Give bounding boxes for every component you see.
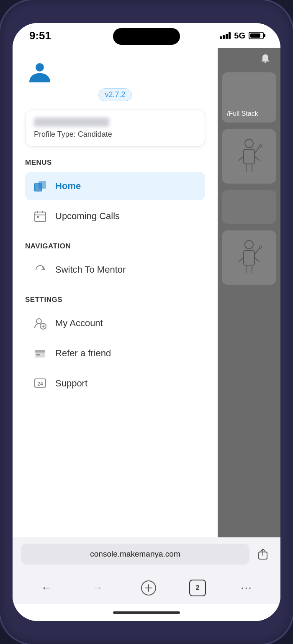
svg-point-28 bbox=[259, 145, 262, 147]
navigation-section-label: NAVIGATION bbox=[25, 242, 205, 250]
svg-point-0 bbox=[36, 63, 44, 72]
url-text: console.makemanya.com bbox=[90, 549, 180, 559]
support-icon: 24 bbox=[33, 376, 48, 391]
version-badge: v2.7.2 bbox=[98, 88, 131, 101]
battery-icon bbox=[249, 32, 264, 39]
card-figure-2 bbox=[222, 230, 276, 285]
phone-screen: 9:51 5G bbox=[13, 23, 280, 621]
new-tab-button[interactable] bbox=[138, 578, 159, 598]
logo-section: v2.7.2 bbox=[25, 61, 205, 101]
notification-bell-icon[interactable] bbox=[259, 52, 272, 65]
svg-rect-16 bbox=[35, 350, 45, 353]
tabs-count[interactable]: 2 bbox=[189, 580, 206, 596]
right-panel: /Full Stack bbox=[218, 48, 280, 537]
svg-rect-4 bbox=[39, 181, 46, 189]
back-button[interactable]: ← bbox=[36, 578, 57, 598]
sidebar-item-upcoming-calls[interactable]: Upcoming Calls bbox=[25, 202, 205, 230]
svg-line-24 bbox=[254, 156, 260, 161]
calendar-icon bbox=[33, 209, 48, 224]
profile-name-blurred bbox=[34, 118, 109, 127]
sidebar-item-support[interactable]: 24 Support bbox=[25, 369, 205, 398]
more-button[interactable]: ··· bbox=[236, 578, 257, 598]
sidebar-item-my-account[interactable]: My Account bbox=[25, 309, 205, 337]
svg-text:24: 24 bbox=[37, 381, 43, 387]
svg-line-23 bbox=[239, 156, 244, 161]
browser-bar: console.makemanya.com bbox=[13, 537, 280, 571]
profile-card: Profile Type: Candidate bbox=[25, 110, 205, 147]
card-medium bbox=[222, 190, 276, 224]
svg-point-21 bbox=[245, 139, 253, 148]
svg-rect-17 bbox=[36, 354, 40, 355]
sidebar-item-switch-to-mentor-label: Switch To Mentor bbox=[55, 264, 126, 275]
phone-frame: 9:51 5G bbox=[0, 0, 293, 644]
svg-point-20 bbox=[265, 61, 266, 63]
signal-bars bbox=[220, 32, 231, 39]
card-full-stack: /Full Stack bbox=[222, 72, 276, 123]
forward-button[interactable]: → bbox=[87, 578, 108, 598]
menu-items: Home Upcoming bbox=[25, 172, 205, 232]
svg-point-36 bbox=[259, 246, 262, 248]
profile-type: Profile Type: Candidate bbox=[34, 130, 112, 138]
settings-items: My Account Refer a friend bbox=[25, 309, 205, 399]
sidebar-item-support-label: Support bbox=[55, 378, 87, 389]
card-full-stack-text: /Full Stack bbox=[227, 110, 258, 118]
refer-icon bbox=[33, 346, 48, 361]
home-bar bbox=[113, 611, 180, 614]
home-icon bbox=[33, 179, 48, 194]
svg-rect-22 bbox=[244, 149, 254, 164]
sidebar-item-refer-label: Refer a friend bbox=[55, 348, 111, 359]
account-icon bbox=[33, 316, 48, 331]
sidebar-item-refer-a-friend[interactable]: Refer a friend bbox=[25, 339, 205, 368]
svg-point-11 bbox=[36, 319, 41, 324]
svg-rect-6 bbox=[35, 212, 46, 222]
person-figure-icon-2 bbox=[234, 239, 264, 276]
svg-line-31 bbox=[239, 258, 244, 262]
sidebar-item-upcoming-calls-label: Upcoming Calls bbox=[55, 211, 120, 222]
app-logo bbox=[25, 61, 54, 86]
svg-rect-30 bbox=[244, 250, 254, 265]
svg-point-29 bbox=[245, 240, 253, 249]
nav-items: Switch To Mentor bbox=[25, 256, 205, 286]
url-bar[interactable]: console.makemanya.com bbox=[21, 544, 249, 565]
network-label: 5G bbox=[234, 31, 245, 41]
settings-section-label: SETTINGS bbox=[25, 296, 205, 304]
sidebar-item-home-label: Home bbox=[55, 181, 81, 192]
sidebar-item-home[interactable]: Home bbox=[25, 172, 205, 200]
dynamic-island bbox=[113, 28, 180, 45]
person-figure-icon-1 bbox=[234, 138, 264, 175]
svg-line-27 bbox=[254, 147, 260, 153]
switch-icon bbox=[33, 262, 48, 277]
sidebar-item-my-account-label: My Account bbox=[55, 318, 103, 329]
card-figure-1 bbox=[222, 129, 276, 184]
bottom-nav: ← → 2 ··· bbox=[13, 571, 280, 604]
right-panel-top bbox=[218, 48, 280, 69]
status-bar: 9:51 5G bbox=[13, 23, 280, 48]
status-icons: 5G bbox=[220, 31, 264, 41]
sidebar-drawer: v2.7.2 Profile Type: Candidate MENUS bbox=[13, 48, 218, 537]
share-button[interactable] bbox=[254, 545, 272, 563]
menus-section-label: MENUS bbox=[25, 158, 205, 167]
sidebar-item-switch-to-mentor[interactable]: Switch To Mentor bbox=[25, 256, 205, 284]
home-indicator bbox=[13, 604, 280, 621]
svg-rect-10 bbox=[37, 216, 39, 218]
svg-line-35 bbox=[254, 248, 260, 255]
svg-line-32 bbox=[254, 258, 260, 262]
screen-content: v2.7.2 Profile Type: Candidate MENUS bbox=[13, 48, 280, 537]
status-time: 9:51 bbox=[29, 29, 51, 42]
